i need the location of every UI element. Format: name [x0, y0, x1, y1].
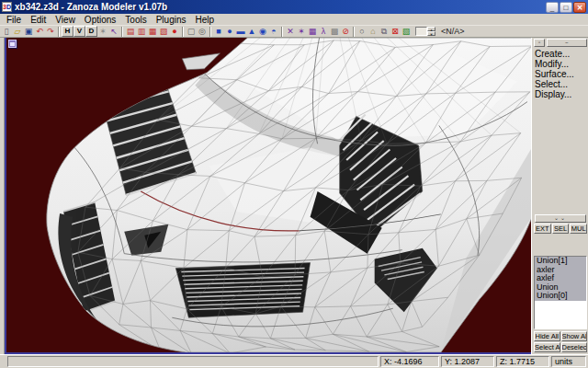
tool-figure-icon[interactable]: λ	[318, 26, 329, 37]
viewport-view-icon[interactable]	[8, 40, 17, 48]
panel-spacer	[534, 99, 587, 214]
select-all-button[interactable]: Select All	[534, 342, 560, 352]
close-button[interactable]: ✕	[573, 2, 586, 13]
title-bar[interactable]: 3D xb342.z3d - Zanoza Modeler v1.07b _ □…	[0, 0, 588, 14]
status-y-coordinate: Y: 1.2087	[441, 356, 494, 367]
toolbar-separator	[281, 27, 283, 37]
toolbar-separator	[209, 27, 211, 37]
detail-spinner[interactable]: ▲▼	[415, 27, 435, 36]
list-item[interactable]: axlef	[535, 274, 586, 283]
mode-button-row: EXTSELMUL	[534, 224, 587, 234]
mode-button-mul[interactable]: MUL	[570, 224, 587, 234]
view-layout-3-icon[interactable]: ▦	[147, 26, 158, 37]
list-item[interactable]: axler	[535, 266, 586, 275]
object-list[interactable]: Union[1]axleraxlefUnionUnion[0]	[534, 256, 587, 329]
status-units: units	[551, 356, 586, 367]
side-panel: ▫ ⌢ Create...Modify...Surface...Select..…	[531, 38, 588, 354]
view-layout-1-icon[interactable]: ▤	[125, 26, 136, 37]
menu-help[interactable]: Help	[191, 14, 220, 26]
lock-tool-icon[interactable]: ⌂	[368, 26, 379, 37]
command-modify[interactable]: Modify...	[534, 59, 587, 69]
tool-cage-icon[interactable]: ▦	[307, 26, 318, 37]
primitive-cylinder-icon[interactable]: ▬	[235, 26, 246, 37]
wireframe-car-model	[6, 38, 531, 352]
toolbar-separator	[353, 27, 355, 37]
maximize-button[interactable]: □	[560, 2, 572, 13]
save-file-icon[interactable]: ▣	[23, 26, 34, 37]
status-z-coordinate: Z: 1.7715	[496, 356, 549, 367]
window-title: xb342.z3d - Zanoza Modeler v1.07b	[15, 2, 545, 12]
hide-all-button[interactable]: Hide All	[534, 331, 560, 341]
close-window-icon[interactable]: ⊠	[390, 26, 401, 37]
menu-view[interactable]: View	[51, 14, 80, 26]
marquee-select-icon[interactable]: ▢	[186, 26, 197, 37]
status-bar: X: -4.1696 Y: 1.2087 Z: 1.7715 units	[0, 354, 588, 368]
app-icon: 3D	[2, 2, 12, 12]
primitive-geosphere-icon[interactable]: ◓	[268, 26, 279, 37]
mode-button-ext[interactable]: EXT	[534, 224, 551, 234]
list-item[interactable]: Union	[535, 283, 586, 293]
list-item[interactable]: Union[1]	[535, 257, 586, 266]
menu-tools[interactable]: Tools	[120, 14, 151, 26]
material-label: <N/A>	[441, 27, 465, 36]
panel-expand-button[interactable]: ⌄⌄	[535, 214, 586, 223]
primitive-box-icon[interactable]: ■	[213, 26, 224, 37]
viewport-3d[interactable]	[5, 38, 531, 354]
z-disabled-icon[interactable]: ⊘	[340, 26, 351, 37]
circle-select-icon[interactable]: ◎	[197, 26, 208, 37]
toolbar: ▯▱▣↶↷HVD✶↖▤▥▦▧●▢◎■●▬▲◉◓✕✶▦λ▩⊘○⌂⧉⊠▧▲▼<N/A…	[0, 26, 588, 38]
import-file-icon[interactable]: ↶	[34, 26, 45, 37]
open-file-icon[interactable]: ▱	[12, 26, 23, 37]
uv-mapper-icon[interactable]: ▩	[329, 26, 340, 37]
duplicate-window-icon[interactable]: ⧉	[379, 26, 390, 37]
panel-pin-button[interactable]: ▫	[534, 39, 545, 47]
primitive-sphere-icon[interactable]: ●	[224, 26, 235, 37]
menu-edit[interactable]: Edit	[26, 14, 51, 26]
menu-bar: FileEditViewOptionsToolsPluginsHelp	[0, 14, 588, 26]
primitive-cone-icon[interactable]: ▲	[246, 26, 257, 37]
export-file-icon[interactable]: ↷	[45, 26, 56, 37]
menu-plugins[interactable]: Plugins	[152, 14, 191, 26]
toolbar-separator	[182, 27, 184, 37]
status-x-coordinate: X: -4.1696	[380, 356, 439, 367]
menu-options[interactable]: Options	[80, 14, 120, 26]
view-layout-4-icon[interactable]: ▧	[158, 26, 169, 37]
mode-button-sel[interactable]: SEL	[552, 224, 570, 234]
deselect-button[interactable]: Deselect	[561, 342, 588, 352]
panel-gap	[534, 235, 587, 256]
material-editor-icon[interactable]: ▧	[401, 26, 412, 37]
toggle-v-button[interactable]: V	[74, 26, 85, 37]
new-file-icon[interactable]: ▯	[1, 26, 12, 37]
panel-collapse-button[interactable]: ⌢	[547, 39, 587, 47]
action-button-grid: Hide AllShow AllSelect AllDeselect	[534, 331, 587, 352]
spinner-down-icon[interactable]: ▼	[427, 31, 435, 36]
spinner-field[interactable]	[415, 27, 427, 36]
command-menu: Create...Modify...Surface...Select...Dis…	[534, 49, 587, 99]
render-sphere-icon[interactable]: ●	[169, 26, 180, 37]
toggle-h-button[interactable]: H	[62, 26, 74, 37]
toolbar-separator	[121, 27, 123, 37]
app-window: 3D xb342.z3d - Zanoza Modeler v1.07b _ □…	[0, 0, 588, 368]
zoom-tool-icon[interactable]: ○	[356, 26, 368, 37]
command-display[interactable]: Display...	[534, 89, 587, 99]
command-select[interactable]: Select...	[534, 79, 587, 89]
list-item[interactable]: Union[0]	[535, 292, 586, 301]
toolbar-separator	[58, 27, 60, 37]
minimize-button[interactable]: _	[546, 2, 559, 13]
tool-cross-icon[interactable]: ✕	[285, 26, 296, 37]
select-pointer-icon[interactable]: ↖	[108, 26, 119, 37]
view-layout-2-icon[interactable]: ▥	[136, 26, 147, 37]
status-message-cell	[7, 356, 379, 367]
primitive-torus-icon[interactable]: ◉	[257, 26, 268, 37]
command-create[interactable]: Create...	[534, 49, 587, 59]
toggle-d-button[interactable]: D	[85, 26, 97, 37]
tool-star-icon[interactable]: ✶	[296, 26, 307, 37]
vertex-snap-icon[interactable]: ✶	[97, 26, 108, 37]
command-surface[interactable]: Surface...	[534, 69, 587, 79]
show-all-button[interactable]: Show All	[561, 331, 588, 341]
menu-file[interactable]: File	[2, 14, 26, 26]
